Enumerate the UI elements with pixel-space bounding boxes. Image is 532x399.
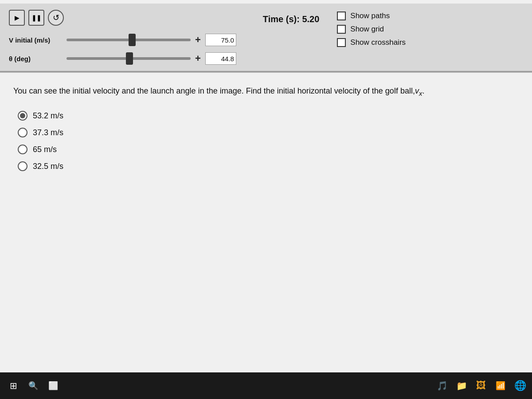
v-initial-slider-track [66,39,191,41]
photo-icon: 🖼 [476,380,486,391]
taskbar-folder-icon[interactable]: 📁 [453,377,470,394]
radio-4[interactable] [18,161,27,171]
main-content: ▶ ❚❚ ↺ V initial (m/s) + [0,0,532,372]
theta-plus: + [195,54,201,63]
show-crosshairs-label: Show crosshairs [350,38,406,47]
show-paths-label: Show paths [350,12,390,20]
time-display: Time (s): 5.20 [263,14,319,24]
pause-button[interactable]: ❚❚ [28,10,44,26]
answer-text-3: 65 m/s [33,145,57,154]
reset-icon: ↺ [53,13,59,23]
v-initial-value-box: 75.0 [205,34,236,46]
answer-item-2[interactable]: 37.3 m/s [18,128,519,137]
radio-1[interactable] [18,111,27,121]
answer-item-4[interactable]: 32.5 m/s [18,161,519,171]
v-initial-value: 75.0 [221,36,234,44]
v-initial-plus: + [195,35,201,45]
show-paths-item: Show paths [337,12,406,20]
taskbar-btn-files[interactable]: ⬜ [43,376,63,395]
taskbar-media-icon[interactable]: 🎵 [434,377,450,394]
taskbar-browser-icon[interactable]: 🌐 [512,377,528,394]
show-crosshairs-checkbox[interactable] [337,38,346,47]
theta-label: θ (deg) [9,55,62,63]
question-text-part1: You can see the initial velocity and the… [13,86,415,95]
reset-button[interactable]: ↺ [48,10,64,26]
v-initial-row: V initial (m/s) + 75.0 [9,34,236,46]
v-initial-slider-thumb[interactable] [129,34,136,46]
pause-icon: ❚❚ [31,14,41,21]
radio-3[interactable] [18,145,27,154]
answer-text-2: 37.3 m/s [33,128,63,137]
theta-value-box: 44.8 [205,52,236,65]
simulation-panel: ▶ ❚❚ ↺ V initial (m/s) + [0,4,532,72]
question-text-end: . [422,86,424,95]
show-grid-item: Show grid [337,25,406,34]
answer-item-3[interactable]: 65 m/s [18,145,519,154]
theta-value: 44.8 [221,55,234,63]
play-button[interactable]: ▶ [9,10,25,26]
playback-row: ▶ ❚❚ ↺ [9,10,236,26]
controls-left: ▶ ❚❚ ↺ V initial (m/s) + [9,10,236,65]
folder-icon: 📁 [456,380,467,391]
search-button[interactable]: 🔍 [25,377,42,394]
taskbar-wifi-icon[interactable]: 📶 [492,377,509,394]
v-initial-label: V initial (m/s) [9,36,62,44]
question-var: vx [415,86,422,95]
question-area: You can see the initial velocity and the… [0,73,532,180]
theta-slider-track [66,57,191,60]
answer-item-1[interactable]: 53.2 m/s [18,111,519,121]
answer-choices: 53.2 m/s 37.3 m/s 65 m/s 32.5 m/s [13,111,519,171]
wifi-icon: 📶 [496,381,505,391]
browser-icon: 🌐 [514,380,526,391]
play-icon: ▶ [15,14,20,21]
media-icon: 🎵 [437,380,448,391]
taskbar-right: 🎵 📁 🖼 📶 🌐 [434,377,528,394]
show-grid-label: Show grid [350,25,384,34]
answer-text-4: 32.5 m/s [33,162,63,171]
checkboxes-col: Show paths Show grid Show crosshairs [337,12,406,47]
theta-slider-thumb[interactable] [126,52,133,65]
taskbar: ⊞ 🔍 ⬜ 🎵 📁 🖼 📶 🌐 [0,372,532,399]
question-text: You can see the initial velocity and the… [13,85,519,98]
windows-button[interactable]: ⊞ [4,376,23,395]
answer-text-1: 53.2 m/s [33,111,63,121]
search-icon: 🔍 [28,381,38,391]
show-crosshairs-item: Show crosshairs [337,38,406,47]
windows-icon: ⊞ [10,380,17,391]
show-paths-checkbox[interactable] [337,12,346,20]
files-icon: ⬜ [48,381,58,391]
show-grid-checkbox[interactable] [337,25,346,34]
taskbar-photo-icon[interactable]: 🖼 [473,377,489,394]
radio-2[interactable] [18,128,27,137]
theta-row: θ (deg) + 44.8 [9,52,236,65]
